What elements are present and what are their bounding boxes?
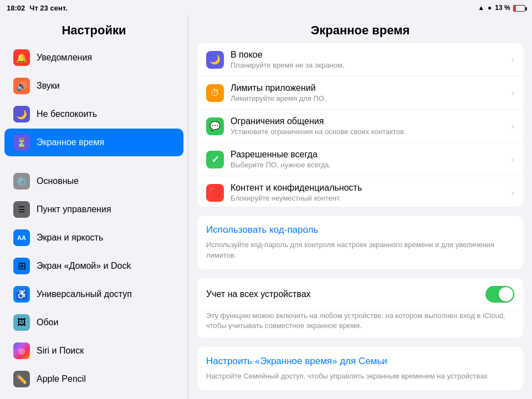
sidebar-item-homescreen[interactable]: ⊞ Экран «Домой» и Dock xyxy=(4,252,183,280)
siri-icon: ◎ xyxy=(13,342,30,359)
accessibility-label: Универсальный доступ xyxy=(37,289,132,299)
family-desc: Настройте Семейный доступ, чтобы управля… xyxy=(206,371,514,381)
applepencil-label: Apple Pencil xyxy=(37,374,86,384)
alwaysallowed-subtitle: Выберите ПО, нужное всегда. xyxy=(231,161,511,169)
contentprivacy-chevron: › xyxy=(511,188,514,198)
feature-rows-section: 🌙 В покое Планируйте время не за экраном… xyxy=(197,43,523,207)
downtime-text: В покое Планируйте время не за экраном. xyxy=(231,50,511,69)
contentprivacy-title: Контент и конфиденциальность xyxy=(231,183,511,193)
sidebar-item-screentime[interactable]: ⏳ Экранное время xyxy=(4,129,183,156)
wallpaper-label: Обои xyxy=(37,318,58,328)
communication-text: Ограничения общения Установите ограничен… xyxy=(231,116,511,136)
toggle-switch[interactable] xyxy=(485,286,514,303)
sidebar-item-accessibility[interactable]: ♿ Универсальный доступ xyxy=(4,280,183,308)
sidebar-item-touchid[interactable]: 👆 Touch ID и код-пароль xyxy=(4,393,183,399)
sidebar-item-sounds[interactable]: 🔊 Звуки xyxy=(4,72,183,100)
homescreen-icon: ⊞ xyxy=(13,258,30,274)
wifi-icon: ▲ xyxy=(478,4,484,12)
alwaysallowed-title: Разрешенные всегда xyxy=(231,150,511,160)
sidebar-list: 🔔 Уведомления 🔊 Звуки 🌙 Не беспокоить ⏳ … xyxy=(0,43,188,399)
contentprivacy-row[interactable]: 🚫 Контент и конфиденциальность Блокируйт… xyxy=(197,176,523,207)
status-time: 18:02 xyxy=(7,4,25,12)
battery-status: 13 % xyxy=(495,4,525,12)
sidebar-item-wallpaper[interactable]: 🖼 Обои xyxy=(4,309,183,336)
main-title: Экранное время xyxy=(188,16,532,43)
signal-icon: ● xyxy=(488,4,492,12)
sidebar: Настройки 🔔 Уведомления 🔊 Звуки 🌙 Не бес… xyxy=(0,16,188,399)
sidebar-item-controlcenter[interactable]: ☰ Пункт управления xyxy=(4,196,183,223)
downtime-row[interactable]: 🌙 В покое Планируйте время не за экраном… xyxy=(197,43,523,76)
sidebar-title: Настройки xyxy=(0,16,188,43)
passcode-link[interactable]: Использовать код-пароль xyxy=(206,224,514,236)
alwaysallowed-chevron: › xyxy=(511,155,514,165)
contentprivacy-text: Контент и конфиденциальность Блокируйте … xyxy=(231,183,511,202)
dnd-label: Не беспокоить xyxy=(37,109,97,119)
display-label: Экран и яркость xyxy=(37,233,103,243)
notifications-icon: 🔔 xyxy=(13,49,30,66)
controlcenter-icon: ☰ xyxy=(13,201,30,218)
family-link[interactable]: Настроить «Экранное время» для Семьи xyxy=(206,356,514,367)
sidebar-section-1: 🔔 Уведомления 🔊 Звуки 🌙 Не беспокоить ⏳ … xyxy=(0,44,188,156)
app-container: Настройки 🔔 Уведомления 🔊 Звуки 🌙 Не бес… xyxy=(0,16,532,399)
main-content: Экранное время 🌙 В покое Планируйте врем… xyxy=(188,16,532,399)
applimits-icon: ⏱ xyxy=(206,84,224,102)
status-date: Чт 23 сент. xyxy=(29,4,67,12)
downtime-chevron: › xyxy=(511,55,514,65)
applimits-subtitle: Лимитируйте время для ПО. xyxy=(231,94,511,103)
general-label: Основные xyxy=(37,176,79,186)
alwaysallowed-row[interactable]: ✓ Разрешенные всегда Выберите ПО, нужное… xyxy=(197,143,523,176)
communication-icon: 💬 xyxy=(206,117,224,135)
contentprivacy-icon: 🚫 xyxy=(206,184,224,202)
sidebar-item-dnd[interactable]: 🌙 Не беспокоить xyxy=(4,100,183,128)
toggle-row: Учет на всех устройствах xyxy=(197,278,523,311)
accessibility-icon: ♿ xyxy=(13,286,30,303)
sidebar-section-2: ⚙️ Основные ☰ Пункт управления AA Экран … xyxy=(0,167,188,399)
homescreen-label: Экран «Домой» и Dock xyxy=(37,261,131,271)
applepencil-icon: ✏️ xyxy=(13,371,30,387)
controlcenter-label: Пункт управления xyxy=(37,204,111,214)
alwaysallowed-icon: ✓ xyxy=(206,151,224,168)
sidebar-divider xyxy=(0,157,188,167)
sounds-icon: 🔊 xyxy=(13,78,30,94)
alwaysallowed-text: Разрешенные всегда Выберите ПО, нужное в… xyxy=(231,150,511,169)
toggle-section: Учет на всех устройствах Эту функцию мож… xyxy=(197,278,523,338)
general-icon: ⚙️ xyxy=(13,173,30,190)
passcode-desc: Используйте код-пароль для контроля наст… xyxy=(206,240,514,260)
dnd-icon: 🌙 xyxy=(13,106,30,122)
downtime-title: В покое xyxy=(231,50,511,60)
applimits-chevron: › xyxy=(511,88,514,98)
applimits-text: Лимиты приложений Лимитируйте время для … xyxy=(231,83,511,103)
sidebar-item-display[interactable]: AA Экран и яркость xyxy=(4,224,183,252)
display-icon: AA xyxy=(13,229,30,246)
sidebar-item-notifications[interactable]: 🔔 Уведомления xyxy=(4,44,183,71)
communication-chevron: › xyxy=(511,121,514,131)
downtime-subtitle: Планируйте время не за экраном. xyxy=(231,61,511,69)
family-section: Настроить «Экранное время» для Семьи Нас… xyxy=(197,347,523,390)
passcode-section: Использовать код-пароль Используйте код-… xyxy=(197,216,523,269)
screentime-label: Экранное время xyxy=(37,137,104,147)
wallpaper-icon: 🖼 xyxy=(13,314,30,331)
sidebar-item-siri[interactable]: ◎ Siri и Поиск xyxy=(4,337,183,365)
applimits-title: Лимиты приложений xyxy=(231,83,511,93)
communication-title: Ограничения общения xyxy=(231,116,511,126)
toggle-label: Учет на всех устройствах xyxy=(206,289,485,299)
screentime-icon: ⏳ xyxy=(13,134,30,151)
toggle-desc: Эту функцию можно включить на любом устр… xyxy=(197,311,523,338)
siri-label: Siri и Поиск xyxy=(37,346,84,356)
contentprivacy-subtitle: Блокируйте неуместный контент. xyxy=(231,194,511,202)
notifications-label: Уведомления xyxy=(37,53,92,63)
communication-subtitle: Установите ограничения на основе своих к… xyxy=(231,127,511,136)
sidebar-item-general[interactable]: ⚙️ Основные xyxy=(4,167,183,195)
sounds-label: Звуки xyxy=(37,81,60,91)
applimits-row[interactable]: ⏱ Лимиты приложений Лимитируйте время дл… xyxy=(197,76,523,110)
downtime-icon: 🌙 xyxy=(206,51,224,69)
sidebar-item-applepencil[interactable]: ✏️ Apple Pencil xyxy=(4,365,183,393)
status-bar: 18:02 Чт 23 сент. ▲ ● 13 % xyxy=(0,0,532,16)
communication-row[interactable]: 💬 Ограничения общения Установите огранич… xyxy=(197,110,523,143)
